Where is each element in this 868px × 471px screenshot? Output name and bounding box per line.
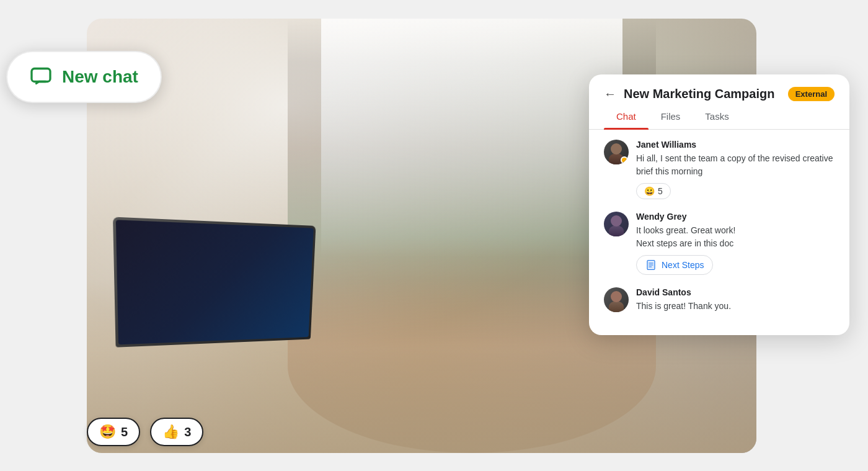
reaction-count-thumbs-up: 3: [184, 425, 191, 439]
message-wendy: Wendy Grey It looks great. Great work!Ne…: [604, 212, 835, 275]
reaction-emoji-janet: 😀: [644, 186, 655, 196]
avatar-wendy: [604, 212, 629, 236]
avatar-status-dot: [621, 156, 628, 164]
new-chat-bubble[interactable]: New chat: [6, 51, 162, 103]
reaction-emoji-star-eyes: 🤩: [99, 424, 116, 440]
avatar-david: [604, 287, 629, 312]
reaction-badge-star-eyes[interactable]: 🤩 5: [87, 418, 140, 446]
message-content-wendy: Wendy Grey It looks great. Great work!Ne…: [636, 212, 835, 275]
tab-tasks[interactable]: Tasks: [693, 104, 741, 129]
sender-janet: Janet Williams: [636, 140, 835, 150]
external-badge: External: [788, 87, 835, 101]
sender-wendy: Wendy Grey: [636, 212, 835, 222]
message-text-janet: Hi all, I sent the team a copy of the re…: [636, 152, 835, 178]
message-content-david: David Santos This is great! Thank you.: [636, 287, 835, 313]
doc-label-next-steps: Next Steps: [662, 260, 704, 270]
tab-chat[interactable]: Chat: [604, 104, 649, 129]
message-janet: Janet Williams Hi all, I sent the team a…: [604, 140, 835, 199]
svg-rect-0: [32, 69, 50, 82]
chat-tabs: Chat Files Tasks: [589, 104, 849, 130]
sender-david: David Santos: [636, 287, 835, 297]
message-text-david: This is great! Thank you.: [636, 300, 835, 313]
chat-header: ← New Marketing Campaign External: [589, 74, 849, 101]
message-david: David Santos This is great! Thank you.: [604, 287, 835, 313]
scene: New chat ← New Marketing Campaign Extern…: [0, 0, 868, 471]
chat-panel: ← New Marketing Campaign External Chat F…: [589, 74, 849, 335]
message-text-wendy: It looks great. Great work!Next steps ar…: [636, 224, 835, 250]
tab-files[interactable]: Files: [649, 104, 693, 129]
message-content-janet: Janet Williams Hi all, I sent the team a…: [636, 140, 835, 199]
avatar-janet: [604, 140, 629, 164]
chat-title: New Marketing Campaign: [624, 87, 781, 101]
docs-icon: [645, 259, 657, 271]
laptop: [113, 217, 316, 348]
new-chat-label: New chat: [62, 67, 138, 87]
chat-messages: Janet Williams Hi all, I sent the team a…: [589, 130, 849, 323]
reaction-count-janet: 5: [658, 186, 663, 196]
reaction-emoji-thumbs-up: 👍: [162, 424, 179, 440]
back-button[interactable]: ←: [604, 87, 616, 101]
reaction-badge-thumbs-up[interactable]: 👍 3: [150, 418, 203, 446]
reaction-count-star-eyes: 5: [121, 425, 128, 439]
reaction-chip-janet[interactable]: 😀 5: [636, 183, 671, 199]
bottom-reactions: 🤩 5 👍 3: [87, 418, 203, 446]
doc-chip-next-steps[interactable]: Next Steps: [636, 255, 713, 275]
chat-icon: [30, 66, 52, 88]
